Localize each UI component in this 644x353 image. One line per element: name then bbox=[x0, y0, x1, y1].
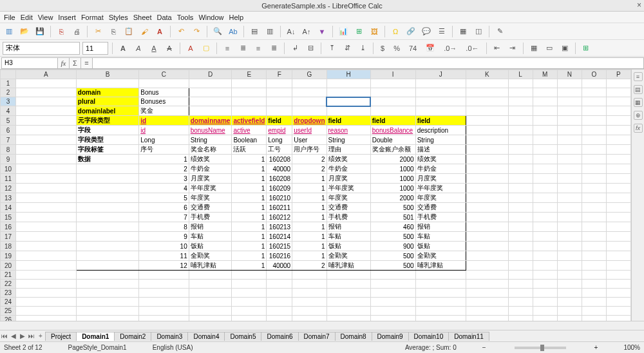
cell-E2[interactable] bbox=[232, 88, 267, 97]
cell-O5[interactable] bbox=[582, 116, 606, 126]
cell-M2[interactable] bbox=[533, 88, 557, 97]
cell-D15[interactable]: 手机费 bbox=[189, 213, 232, 222]
cell-P18[interactable] bbox=[606, 242, 630, 251]
cell-G3[interactable] bbox=[292, 97, 327, 106]
sort-asc-icon[interactable]: A↓ bbox=[285, 25, 298, 38]
cell-O26[interactable] bbox=[582, 316, 606, 321]
cell-C1[interactable] bbox=[139, 79, 189, 88]
cell-C13[interactable]: 5 bbox=[139, 193, 189, 203]
cell-G23[interactable] bbox=[292, 289, 327, 298]
cell-P10[interactable] bbox=[606, 164, 630, 174]
cell-E3[interactable] bbox=[232, 97, 267, 106]
cell-A7[interactable] bbox=[16, 135, 77, 145]
cell-A8[interactable] bbox=[16, 145, 77, 155]
cell-F17[interactable]: 160214 bbox=[267, 232, 292, 242]
cell-D14[interactable]: 交通费 bbox=[189, 203, 232, 213]
sheet-tab-domain7[interactable]: Domain7 bbox=[298, 332, 336, 341]
sidebar-styles-icon[interactable]: ▤ bbox=[634, 85, 643, 94]
cell-G11[interactable]: 1 bbox=[292, 174, 327, 184]
cell-N26[interactable] bbox=[557, 316, 582, 321]
cell-L7[interactable] bbox=[508, 135, 533, 145]
cell-L22[interactable] bbox=[508, 280, 533, 289]
equals-icon[interactable]: = bbox=[81, 57, 93, 69]
cell-P1[interactable] bbox=[606, 79, 630, 88]
cell-B6[interactable]: 字段 bbox=[76, 126, 138, 135]
row-header-9[interactable]: 9 bbox=[1, 155, 16, 164]
row-header-18[interactable]: 18 bbox=[1, 242, 16, 251]
cell-E18[interactable]: 1 bbox=[232, 242, 267, 251]
cell-M1[interactable] bbox=[533, 79, 557, 88]
menu-tools[interactable]: Tools bbox=[177, 14, 194, 21]
cell-I16[interactable]: 460 bbox=[370, 222, 415, 232]
cell-A16[interactable] bbox=[16, 222, 77, 232]
cell-H19[interactable]: 全勤奖 bbox=[327, 251, 370, 261]
cell-O17[interactable] bbox=[582, 232, 606, 242]
cell-E23[interactable] bbox=[232, 289, 267, 298]
cell-H14[interactable]: 交通费 bbox=[327, 203, 370, 213]
cell-H21[interactable] bbox=[327, 271, 370, 280]
cell-O13[interactable] bbox=[582, 193, 606, 203]
cell-F3[interactable] bbox=[267, 97, 292, 106]
cell-A23[interactable] bbox=[16, 289, 77, 298]
cell-E21[interactable] bbox=[232, 271, 267, 280]
cell-I10[interactable]: 1000 bbox=[370, 164, 415, 174]
select-all-corner[interactable] bbox=[1, 70, 16, 79]
print-icon[interactable]: 🖨 bbox=[70, 25, 83, 38]
cell-C25[interactable] bbox=[139, 307, 189, 316]
cell-F4[interactable] bbox=[267, 106, 292, 116]
cell-E15[interactable]: 1 bbox=[232, 213, 267, 222]
cell-O20[interactable] bbox=[582, 261, 606, 271]
cell-D4[interactable] bbox=[189, 106, 232, 116]
cell-H25[interactable] bbox=[327, 307, 370, 316]
cell-E1[interactable] bbox=[232, 79, 267, 88]
row-header-12[interactable]: 12 bbox=[1, 184, 16, 193]
cell-E19[interactable]: 1 bbox=[232, 251, 267, 261]
cell-M7[interactable] bbox=[533, 135, 557, 145]
row-header-14[interactable]: 14 bbox=[1, 203, 16, 213]
cell-G17[interactable]: 1 bbox=[292, 232, 327, 242]
cell-O12[interactable] bbox=[582, 184, 606, 193]
menu-insert[interactable]: Insert bbox=[58, 14, 76, 21]
cell-I2[interactable] bbox=[370, 88, 415, 97]
cell-P21[interactable] bbox=[606, 271, 630, 280]
bold-icon[interactable]: A bbox=[117, 42, 129, 55]
cell-J2[interactable] bbox=[415, 88, 466, 97]
cell-J26[interactable] bbox=[415, 316, 466, 321]
cell-G9[interactable]: 2 bbox=[292, 155, 327, 164]
cell-E22[interactable] bbox=[232, 280, 267, 289]
cell-M25[interactable] bbox=[533, 307, 557, 316]
cell-K3[interactable] bbox=[466, 97, 508, 106]
cell-P2[interactable] bbox=[606, 88, 630, 97]
cell-B24[interactable] bbox=[76, 298, 138, 307]
cell-B5[interactable]: 元字段类型 bbox=[76, 116, 138, 126]
cell-M16[interactable] bbox=[533, 222, 557, 232]
cell-N8[interactable] bbox=[557, 145, 582, 155]
cell-B19[interactable] bbox=[76, 251, 138, 261]
row-header-7[interactable]: 7 bbox=[1, 135, 16, 145]
draw-icon[interactable]: ✎ bbox=[493, 25, 506, 38]
zoom-slider[interactable] bbox=[515, 347, 566, 349]
cell-D21[interactable] bbox=[189, 271, 232, 280]
row-header-13[interactable]: 13 bbox=[1, 193, 16, 203]
align-top-icon[interactable]: ⤒ bbox=[325, 42, 338, 55]
cell-I22[interactable] bbox=[370, 280, 415, 289]
row-header-8[interactable]: 8 bbox=[1, 145, 16, 155]
cell-A17[interactable] bbox=[16, 232, 77, 242]
cell-N12[interactable] bbox=[557, 184, 582, 193]
row-header-1[interactable]: 1 bbox=[1, 79, 16, 88]
close-icon[interactable]: × bbox=[637, 1, 641, 10]
new-icon[interactable]: ▥ bbox=[3, 25, 15, 38]
cell-H11[interactable]: 月度奖 bbox=[327, 174, 370, 184]
sheet-tab-domain4[interactable]: Domain4 bbox=[187, 332, 225, 341]
cell-N20[interactable] bbox=[557, 261, 582, 271]
cell-L19[interactable] bbox=[508, 251, 533, 261]
cell-D6[interactable]: bonusName bbox=[189, 126, 232, 135]
tab-first-icon[interactable]: ⏮ bbox=[0, 332, 9, 339]
cell-F15[interactable]: 160212 bbox=[267, 213, 292, 222]
cell-O25[interactable] bbox=[582, 307, 606, 316]
cell-D13[interactable]: 年度奖 bbox=[189, 193, 232, 203]
cell-L12[interactable] bbox=[508, 184, 533, 193]
row-header-21[interactable]: 21 bbox=[1, 271, 16, 280]
cell-L23[interactable] bbox=[508, 289, 533, 298]
sheet-tab-project[interactable]: Project bbox=[45, 332, 77, 341]
